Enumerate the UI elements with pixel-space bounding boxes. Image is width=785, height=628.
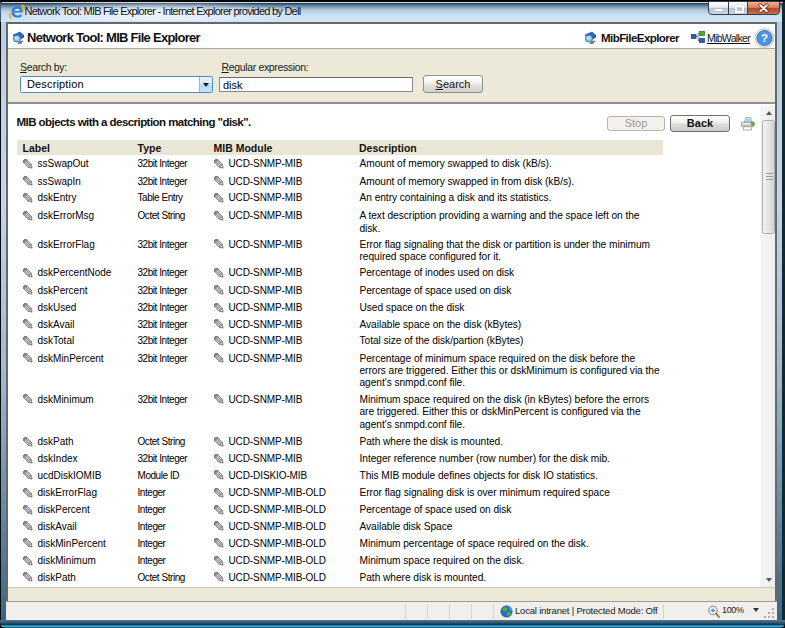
svg-text:?: ? (761, 32, 768, 44)
